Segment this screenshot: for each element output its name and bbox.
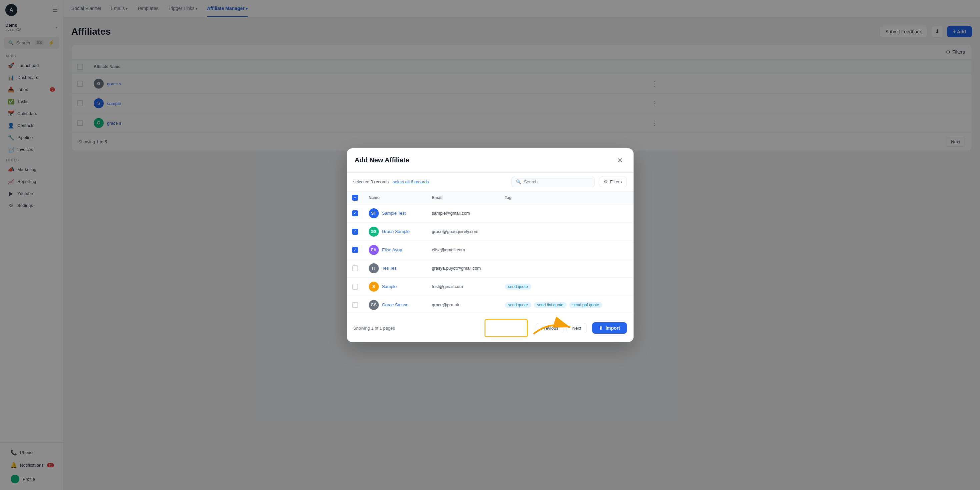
modal-footer: Showing 1 of 1 pages Previous Next [347,314,633,342]
contact-cell: EA Elise Ayop [369,245,422,255]
contact-cell: GS Grace Sample [369,227,422,237]
col-name: Name [363,191,427,204]
contact-tags: send quote send tint quote send ppf quot… [500,296,633,314]
modal-close-button[interactable]: ✕ [615,155,625,165]
contact-email: test@gmail.com [426,277,500,296]
row-checkbox[interactable]: ✓ [352,210,358,216]
contact-row: GS Garce Smson grace@pro.uk send quote s… [347,296,633,314]
contact-email: grace@goacquirely.com [426,222,500,241]
row-checkbox[interactable]: ✓ [352,247,358,253]
annotation-box [485,319,528,337]
contact-avatar: GS [369,300,379,310]
contact-avatar: ST [369,208,379,218]
contact-avatar: EA [369,245,379,255]
modal-toolbar: selected 3 records select all 6 records … [347,173,633,191]
contact-avatar: S [369,282,379,292]
contact-row: S Sample test@gmail.com send quote [347,277,633,296]
contact-email: sample@gmail.com [426,204,500,222]
contact-row: ✓ GS Grace Sample grace@goacquirely.com [347,222,633,241]
tag-badge-send-tint-quote: send tint quote [534,302,567,308]
tag-badge: send quote [505,284,531,290]
contact-email: grasya.puyot@gmail.com [426,259,500,277]
contact-row: ✓ EA Elise Ayop elise@gmail.com [347,241,633,259]
contact-tag [500,222,633,241]
contact-tag [500,204,633,222]
contact-cell: TT Tes Tes [369,263,422,273]
modal-filters-button[interactable]: ⚙ Filters [599,177,627,187]
row-checkbox[interactable] [352,302,358,308]
contact-tag: send quote [500,277,633,296]
contact-tag [500,259,633,277]
contact-avatar: GS [369,227,379,237]
row-checkbox[interactable]: ✓ [352,229,358,235]
row-checkbox[interactable] [352,265,358,271]
modal-search-input[interactable]: 🔍 Search [512,177,595,187]
contact-row: ✓ ST Sample Test sample@gmail.com [347,204,633,222]
col-email: Email [426,191,500,204]
filter-icon: ⚙ [604,179,608,185]
tag-badge-send-quote: send quote [505,302,531,308]
annotation-arrow [530,314,584,340]
import-label: Import [606,325,620,331]
tag-badge-send-ppf-quote: send ppf quote [569,302,602,308]
import-button[interactable]: ⬆ Import [592,322,627,334]
contact-tag [500,241,633,259]
modal-overlay[interactable]: Add New Affiliate ✕ selected 3 records s… [0,0,980,490]
contacts-table: − Name Email Tag ✓ ST Sample Test [347,191,633,314]
add-affiliate-modal: Add New Affiliate ✕ selected 3 records s… [347,148,633,342]
row-checkbox[interactable] [352,284,358,290]
contact-name[interactable]: Elise Ayop [382,247,402,252]
search-placeholder: Search [524,179,538,185]
contact-name[interactable]: Tes Tes [382,266,397,270]
search-icon: 🔍 [516,179,521,185]
contact-email: grace@pro.uk [426,296,500,314]
select-all-link[interactable]: select all 6 records [393,179,429,185]
contact-avatar: TT [369,263,379,273]
contact-cell: S Sample [369,282,422,292]
contact-name[interactable]: Sample Test [382,211,406,216]
contact-cell: ST Sample Test [369,208,422,218]
showing-pages: Showing 1 of 1 pages [353,326,395,331]
contact-name[interactable]: Garce Smson [382,302,409,307]
col-tag: Tag [500,191,633,204]
contact-name[interactable]: Grace Sample [382,229,410,234]
contact-row: TT Tes Tes grasya.puyot@gmail.com [347,259,633,277]
contact-email: elise@gmail.com [426,241,500,259]
modal-header: Add New Affiliate ✕ [347,148,633,173]
contact-cell: GS Garce Smson [369,300,422,310]
upload-icon: ⬆ [599,325,603,331]
selected-count: selected 3 records [353,179,389,185]
select-all-checkbox[interactable]: − [352,195,358,200]
modal-title: Add New Affiliate [355,156,409,164]
contact-name[interactable]: Sample [382,284,397,289]
filters-label: Filters [610,179,622,185]
